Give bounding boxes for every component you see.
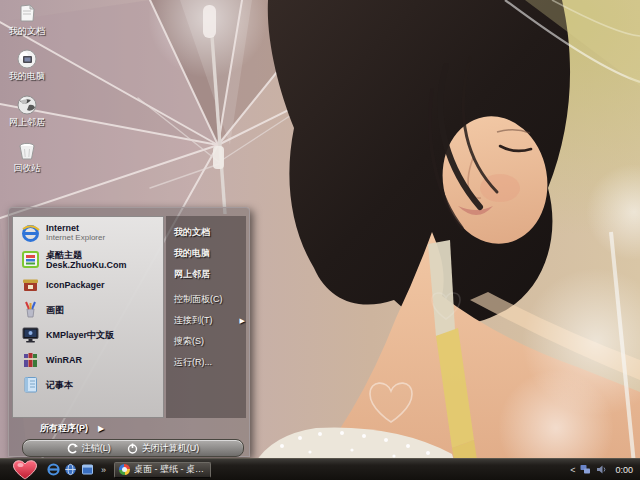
menu-item-label: 记事本 (46, 380, 73, 390)
menu-item-label: IconPackager (46, 280, 105, 290)
menu-item-label: KMPlayer中文版 (46, 330, 114, 340)
start-button[interactable] (11, 459, 38, 480)
menu-item-connect-to[interactable]: 连接到(T) ▶ (166, 310, 246, 331)
place-label: 搜索(S) (174, 335, 204, 348)
notepad-icon (21, 375, 40, 394)
browser-icon (119, 464, 130, 475)
shutdown-button[interactable]: 关闭计算机(U) (127, 442, 200, 455)
menu-item-notepad[interactable]: 记事本 (13, 372, 163, 397)
menu-item-my-documents[interactable]: 我的文档 (166, 222, 246, 243)
zhuoku-theme-icon (21, 250, 40, 269)
power-icon (127, 443, 138, 454)
menu-item-sublabel: Internet Explorer (46, 233, 105, 243)
menu-item-label: Internet (46, 223, 79, 233)
quick-launch-globe-icon[interactable] (64, 463, 77, 476)
menu-item-label: 画图 (46, 305, 64, 315)
submenu-arrow-icon: ▶ (240, 317, 245, 325)
place-label: 我的电脑 (174, 247, 210, 260)
recycle-bin-icon (15, 141, 39, 161)
menu-item-internet-explorer[interactable]: Internet Internet Explorer (13, 219, 163, 247)
desktop-icon-recycle-bin[interactable]: 回收站 (0, 141, 54, 173)
menu-item-control-panel[interactable]: 控制面板(C) (166, 289, 246, 310)
desktop-icon-label: 回收站 (0, 163, 54, 173)
tray-volume-icon[interactable] (596, 464, 607, 475)
log-off-button[interactable]: 注销(L) (67, 442, 111, 455)
start-menu-programs-pane: Internet Internet Explorer 桌酷主题Desk.Zhuo… (12, 216, 164, 418)
menu-item-network-places[interactable]: 网上邻居 (166, 264, 246, 285)
my-computer-icon (15, 49, 39, 69)
task-button-label: 桌面 - 壁纸 - 桌酷壁... (134, 463, 206, 476)
iconpackager-icon (21, 275, 40, 294)
desktop-icon-my-documents[interactable]: 我的文档 (0, 4, 54, 36)
menu-item-kmplayer[interactable]: KMPlayer中文版 (13, 322, 163, 347)
session-bar: 注销(L) 关闭计算机(U) (22, 439, 244, 457)
start-menu-places-pane: 我的文档 我的电脑 网上邻居 控制面板(C) 连接到(T) ▶ 搜索(S) 运行… (166, 216, 246, 418)
menu-item-my-computer[interactable]: 我的电脑 (166, 243, 246, 264)
desktop: 我的文档 我的电脑 网上邻居 回收站 (0, 0, 640, 480)
my-documents-icon (15, 4, 39, 24)
desktop-icon-label: 我的文档 (0, 26, 54, 36)
quick-launch-overflow-chevron[interactable]: » (101, 465, 106, 475)
desktop-icon-network-places[interactable]: 网上邻居 (0, 95, 54, 127)
log-off-icon (67, 443, 78, 454)
place-label: 我的文档 (174, 226, 210, 239)
all-programs-button[interactable]: 所有程序(P) ▶ (12, 420, 246, 436)
network-places-icon (15, 95, 39, 115)
quick-launch-bar: » (47, 463, 106, 476)
menu-item-iconpackager[interactable]: IconPackager (13, 272, 163, 297)
paint-icon (21, 300, 40, 319)
start-menu: Internet Internet Explorer 桌酷主题Desk.Zhuo… (8, 207, 250, 457)
place-label: 运行(R)... (174, 356, 212, 369)
heart-start-icon (12, 459, 38, 480)
place-label: 控制面板(C) (174, 293, 223, 306)
taskbar-clock[interactable]: 0:00 (615, 465, 633, 475)
menu-item-label: 桌酷主题Desk.ZhuoKu.Com (46, 250, 159, 270)
internet-explorer-icon (21, 224, 40, 243)
place-label: 连接到(T) (174, 314, 213, 327)
task-button-wallpaper-browser[interactable]: 桌面 - 壁纸 - 桌酷壁... (114, 462, 211, 478)
menu-item-run[interactable]: 运行(R)... (166, 352, 246, 373)
log-off-label: 注销(L) (82, 442, 111, 455)
menu-item-search[interactable]: 搜索(S) (166, 331, 246, 352)
system-tray: < 0:00 (570, 464, 633, 475)
menu-item-zhuoku-theme[interactable]: 桌酷主题Desk.ZhuoKu.Com (13, 247, 163, 272)
taskbar: » 桌面 - 壁纸 - 桌酷壁... < 0:00 (0, 458, 640, 480)
tray-network-icon[interactable] (580, 464, 591, 475)
submenu-arrow-icon: ▶ (98, 424, 104, 433)
quick-launch-ie-icon[interactable] (47, 463, 60, 476)
desktop-icon-label: 网上邻居 (0, 117, 54, 127)
menu-item-label: WinRAR (46, 355, 82, 365)
all-programs-label: 所有程序(P) (40, 422, 88, 435)
winrar-icon (21, 350, 40, 369)
shutdown-label: 关闭计算机(U) (142, 442, 200, 455)
quick-launch-window-icon[interactable] (81, 463, 94, 476)
tray-collapse-chevron[interactable]: < (570, 465, 575, 475)
desktop-icon-my-computer[interactable]: 我的电脑 (0, 49, 54, 81)
place-label: 网上邻居 (174, 268, 210, 281)
desktop-icon-label: 我的电脑 (0, 71, 54, 81)
menu-item-paint[interactable]: 画图 (13, 297, 163, 322)
menu-item-winrar[interactable]: WinRAR (13, 347, 163, 372)
kmplayer-icon (21, 325, 40, 344)
